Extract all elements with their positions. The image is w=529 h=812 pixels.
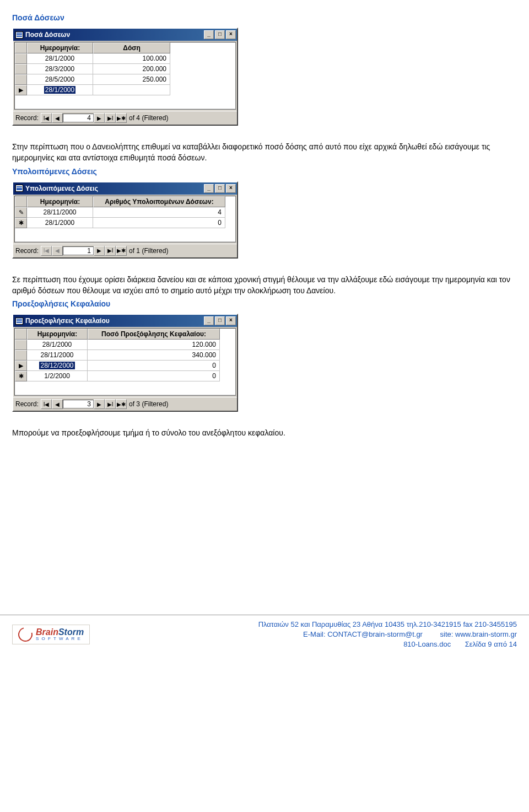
cell-date[interactable]: 28/3/2000: [27, 64, 93, 74]
record-number-input[interactable]: 1: [63, 246, 94, 255]
footer-email: E-Mail: CONTACT@brain-storm@t.gr: [303, 630, 423, 638]
cell-date[interactable]: 1/2/2000: [27, 371, 88, 381]
logo-swirl-icon: [15, 625, 35, 644]
paragraph-3: Μπορούμε να προεξοφλήσουμε τμήμα ή το σύ…: [12, 427, 517, 438]
section-title-3: Προεξοφλήσεις Κεφαλαίου: [12, 299, 517, 308]
nav-prev-button[interactable]: ◀: [52, 246, 63, 256]
record-number-input[interactable]: 3: [63, 400, 94, 408]
cell-value[interactable]: 0: [88, 361, 220, 371]
cell-date[interactable]: 28/11/2000: [27, 350, 88, 361]
row-selector[interactable]: ✱: [15, 218, 27, 228]
maximize-button[interactable]: □: [215, 30, 225, 39]
row-selector[interactable]: ▶: [15, 85, 27, 95]
cell-date[interactable]: 28/12/2000: [27, 361, 88, 371]
brainstorm-logo: BrainStorm S O F T W A R E: [12, 625, 90, 644]
footer-filename: 810-Loans.doc: [403, 639, 451, 649]
close-button[interactable]: ×: [226, 184, 236, 193]
window-proexoflisis: Προεξοφλήσεις Κεφαλαίου_□×Ημερομηνία:Ποσ…: [12, 314, 238, 412]
cell-value[interactable]: 120.000: [88, 340, 220, 350]
cell-value[interactable]: [93, 85, 170, 95]
column-header[interactable]: Ημερομηνία:: [27, 196, 93, 207]
row-selector[interactable]: [15, 53, 27, 64]
table-row[interactable]: ✱28/1/20000: [15, 218, 235, 228]
cell-value[interactable]: 4: [93, 207, 225, 218]
data-grid: Ημερομηνία:Δόση28/1/2000100.00028/3/2000…: [14, 42, 236, 110]
record-number-input[interactable]: 4: [63, 114, 94, 122]
row-selector[interactable]: ✎: [15, 207, 27, 218]
cell-value[interactable]: 200.000: [93, 64, 170, 74]
column-header[interactable]: Αριθμός Υπολοιπομένων Δόσεων:: [93, 196, 225, 207]
footer-address: Πλαταιών 52 και Παραμυθίας 23 Αθήνα 1043…: [90, 620, 517, 630]
minimize-button[interactable]: _: [204, 30, 214, 39]
table-row[interactable]: ▶28/12/20000: [15, 361, 235, 371]
cell-value[interactable]: 0: [93, 218, 225, 228]
cell-value[interactable]: 100.000: [93, 53, 170, 64]
section-title-1: Ποσά Δόσεων: [12, 13, 517, 22]
row-selector[interactable]: [15, 64, 27, 74]
column-header[interactable]: Ημερομηνία:: [27, 329, 88, 340]
record-of-text: of 4 (Filtered): [129, 114, 168, 122]
row-selector[interactable]: [15, 350, 27, 361]
cell-date[interactable]: 28/5/2000: [27, 74, 93, 85]
nav-new-button[interactable]: ▶✱: [116, 399, 127, 409]
close-button[interactable]: ×: [226, 316, 236, 325]
paragraph-1: Στην περίπτωση που ο Δανειολήπτης επιθυμ…: [12, 141, 517, 164]
record-of-text: of 3 (Filtered): [129, 400, 168, 408]
nav-new-button[interactable]: ▶✱: [116, 246, 127, 256]
nav-first-button[interactable]: Ι◀: [41, 399, 52, 409]
cell-date[interactable]: 28/1/2000: [27, 85, 93, 95]
record-label: Record:: [15, 114, 39, 122]
nav-next-button[interactable]: ▶: [94, 113, 105, 123]
table-row[interactable]: ▶28/1/2000: [15, 85, 235, 95]
cell-value[interactable]: 340.000: [88, 350, 220, 361]
nav-new-button[interactable]: ▶✱: [116, 113, 127, 123]
maximize-button[interactable]: □: [215, 184, 225, 193]
close-button[interactable]: ×: [226, 30, 236, 39]
window-title: Προεξοφλήσεις Κεφαλαίου: [25, 317, 110, 325]
table-row[interactable]: 28/1/2000100.000: [15, 53, 235, 64]
window-titlebar: Προεξοφλήσεις Κεφαλαίου_□×: [13, 315, 237, 327]
nav-last-button[interactable]: ▶Ι: [105, 113, 116, 123]
footer-site: site: www.brain-storm.gr: [440, 630, 517, 638]
window-title: Ποσά Δόσεων: [25, 31, 70, 39]
data-grid: Ημερομηνία:Αριθμός Υπολοιπομένων Δόσεων:…: [14, 196, 236, 243]
nav-last-button[interactable]: ▶Ι: [105, 399, 116, 409]
nav-last-button[interactable]: ▶Ι: [105, 246, 116, 256]
cell-date[interactable]: 28/1/2000: [27, 218, 93, 228]
header-rowselect: [15, 196, 27, 207]
window-ypoloipomenes: Υπολοιπόμενες Δόσεις_□×Ημερομηνία:Αριθμό…: [12, 181, 238, 259]
nav-next-button[interactable]: ▶: [94, 399, 105, 409]
nav-first-button[interactable]: Ι◀: [41, 113, 52, 123]
cell-date[interactable]: 28/11/2000: [27, 207, 93, 218]
cell-value[interactable]: 250.000: [93, 74, 170, 85]
paragraph-2: Σε περίπτωση που έχουμε ορίσει διάρκεια …: [12, 274, 517, 297]
nav-first-button[interactable]: Ι◀: [41, 246, 52, 256]
column-header[interactable]: Ποσό Προεξόφλησης Κεφαλαίου:: [88, 329, 220, 340]
record-label: Record:: [15, 247, 39, 255]
table-row[interactable]: 28/5/2000250.000: [15, 74, 235, 85]
record-navigator: Record:Ι◀◀1▶▶Ι▶✱of 1 (Filtered): [13, 244, 237, 257]
nav-prev-button[interactable]: ◀: [52, 113, 63, 123]
cell-value[interactable]: 0: [88, 371, 220, 381]
row-selector[interactable]: [15, 340, 27, 350]
page-footer: BrainStorm S O F T W A R E Πλαταιών 52 κ…: [0, 615, 529, 655]
column-header[interactable]: Δόση: [93, 42, 170, 53]
table-row[interactable]: ✎28/11/20004: [15, 207, 235, 218]
maximize-button[interactable]: □: [215, 316, 225, 325]
minimize-button[interactable]: _: [204, 184, 214, 193]
nav-prev-button[interactable]: ◀: [52, 399, 63, 409]
minimize-button[interactable]: _: [204, 316, 214, 325]
table-row[interactable]: 28/3/2000200.000: [15, 64, 235, 74]
table-row[interactable]: 28/1/2000120.000: [15, 340, 235, 350]
row-selector[interactable]: [15, 74, 27, 85]
row-selector[interactable]: ✱: [15, 371, 27, 381]
nav-next-button[interactable]: ▶: [94, 246, 105, 256]
column-header[interactable]: Ημερομηνία:: [27, 42, 93, 53]
cell-date[interactable]: 28/1/2000: [27, 340, 88, 350]
header-rowselect: [15, 329, 27, 340]
cell-date[interactable]: 28/1/2000: [27, 53, 93, 64]
table-row[interactable]: ✱1/2/20000: [15, 371, 235, 381]
form-icon: [15, 185, 23, 192]
row-selector[interactable]: ▶: [15, 361, 27, 371]
table-row[interactable]: 28/11/2000340.000: [15, 350, 235, 361]
